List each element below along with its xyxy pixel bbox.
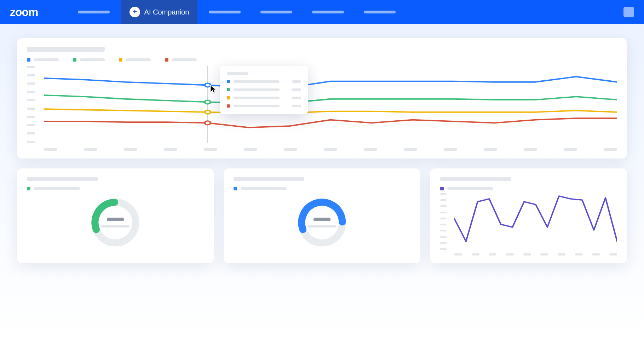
donut-card-green (17, 168, 214, 263)
svg-point-4 (205, 121, 211, 125)
svg-point-2 (205, 100, 211, 104)
nav-item-ai-companion[interactable]: AI Companion (121, 0, 198, 24)
nav-item-placeholder-1[interactable] (69, 0, 118, 24)
mini-line-chart[interactable] (440, 193, 617, 255)
nav-item-placeholder-2[interactable] (200, 0, 249, 24)
main-line-chart-card (17, 38, 627, 159)
legend-item-blue[interactable] (27, 58, 59, 62)
dashboard-content (0, 24, 644, 277)
sparkle-icon (130, 7, 140, 17)
main-chart-body[interactable] (27, 66, 617, 150)
legend-item-red[interactable] (165, 58, 197, 62)
chart-legend (27, 58, 617, 62)
donut-chart-green[interactable] (27, 190, 204, 255)
nav-item-placeholder-4[interactable] (304, 0, 352, 24)
cursor-icon (210, 85, 218, 94)
donut-card-blue (224, 168, 420, 263)
chart-tooltip (220, 66, 308, 114)
brand-logo: zoom (10, 6, 38, 19)
svg-point-3 (205, 110, 211, 114)
nav-item-placeholder-3[interactable] (252, 0, 301, 24)
nav-item-placeholder-5[interactable] (355, 0, 404, 24)
legend-item-yellow[interactable] (119, 58, 151, 62)
top-nav: zoom AI Companion (0, 0, 644, 24)
mini-line-card (430, 168, 627, 263)
card-title-placeholder (27, 47, 105, 52)
profile-button[interactable] (623, 7, 634, 17)
legend-item-green[interactable] (73, 58, 105, 62)
donut-chart-blue[interactable] (234, 190, 410, 255)
nav-item-label: AI Companion (144, 8, 189, 16)
